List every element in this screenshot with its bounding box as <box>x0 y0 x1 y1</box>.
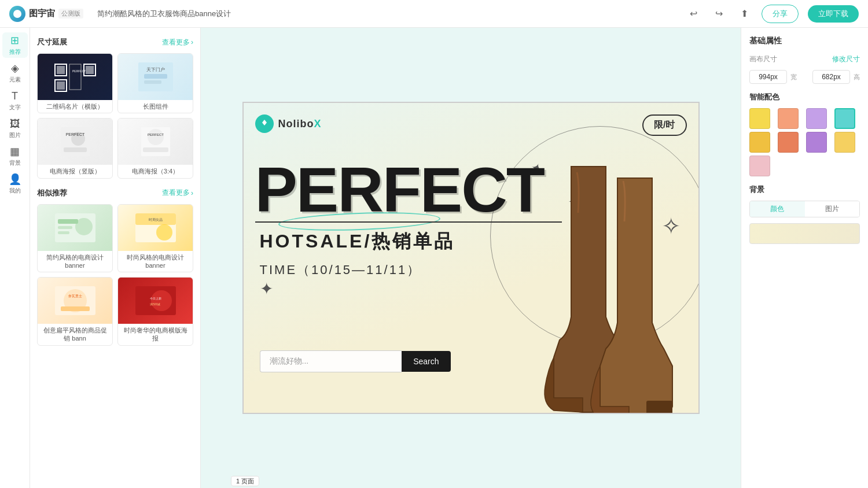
logo-icon <box>9 6 25 22</box>
width-field[interactable] <box>749 70 787 84</box>
size-section-title: 尺寸延展 <box>37 37 67 47</box>
svg-rect-19 <box>143 147 168 152</box>
bg-section: 背景 颜色 图片 <box>749 184 860 244</box>
sidebar-item-element-label: 元素 <box>9 76 21 84</box>
canvas-size-row: 画布尺寸 修改尺寸 <box>749 54 860 64</box>
share-button[interactable]: 分享 <box>762 5 799 23</box>
main-content: ⊞ 推荐 ◈ 元素 T 文字 🖼 图片 ▦ 背景 👤 我的 尺寸延展 查 <box>0 28 868 488</box>
height-input-group: 高 <box>812 70 860 84</box>
thumb-simple-label: 简约风格的电商设计 banner <box>38 251 112 272</box>
bg-color-preview[interactable] <box>749 223 860 244</box>
bg-tab-image[interactable]: 图片 <box>805 201 860 217</box>
svg-point-27 <box>156 224 172 241</box>
thumbnail-fashion[interactable]: 时周尖品 时尚风格的电商设计 banner <box>117 204 193 273</box>
color-swatch-8[interactable] <box>834 132 855 153</box>
hotsale-text: HOTSALE/热销单品 <box>260 229 455 254</box>
sparkle-left-icon: ✦ <box>260 279 273 298</box>
similar-thumbnail-grid: 简约风格的电商设计 banner 时周尖品 时尚风格的电商设计 banner <box>37 204 193 346</box>
size-thumbnail-grid: PERFECT 二维码名片（横版） 天下门户 长图组件 <box>37 53 193 179</box>
svg-text:PERFECT: PERFECT <box>147 133 163 136</box>
sidebar-item-text-label: 文字 <box>9 103 21 112</box>
color-swatch-9[interactable] <box>749 156 770 176</box>
banner-inner: NoliboX 限/时 ✦ ✦ ✦ ✧ ✦ PERFECT <box>244 103 698 413</box>
sidebar-item-me[interactable]: 👤 我的 <box>2 171 28 197</box>
sidebar-item-me-label: 我的 <box>9 187 21 195</box>
svg-rect-22 <box>58 219 78 224</box>
color-section: 智能配色 <box>749 92 860 176</box>
search-button[interactable]: Search <box>402 351 450 372</box>
canvas-size-label: 画布尺寸 <box>749 54 777 64</box>
color-swatch-grid <box>749 108 860 176</box>
undo-button[interactable]: ↩ <box>685 6 701 22</box>
color-swatch-3[interactable] <box>806 108 827 129</box>
width-input-group: 宽 <box>749 70 797 84</box>
thumb-ecom2-label: 电商海报（3:4） <box>118 165 193 178</box>
redo-button[interactable]: ↪ <box>711 6 727 22</box>
sidebar-item-text[interactable]: T 文字 <box>2 88 28 113</box>
thumbnail-simple[interactable]: 简约风格的电商设计 banner <box>37 204 113 273</box>
upload-button[interactable]: ⬆ <box>736 6 752 22</box>
svg-rect-32 <box>61 306 90 311</box>
recommend-icon: ⊞ <box>10 34 19 47</box>
beta-tag: 公测版 <box>58 9 83 19</box>
sidebar-item-bg-label: 背景 <box>9 159 21 167</box>
thumb-qr-label: 二维码名片（横版） <box>38 100 112 113</box>
perfect-divider <box>255 221 562 223</box>
banner-logo-text: NoliboX <box>278 118 322 130</box>
thumb-luxury-label: 时尚奢华的电商横版海报 <box>118 324 193 345</box>
banner-canvas[interactable]: NoliboX 限/时 ✦ ✦ ✦ ✧ ✦ PERFECT <box>242 102 700 414</box>
thumbnail-ecom1[interactable]: PERFECT 电商海报（竖版） <box>37 118 113 178</box>
sidebar-item-image[interactable]: 🖼 图片 <box>2 116 28 141</box>
color-swatch-5[interactable] <box>749 132 770 153</box>
sidebar-item-image-label: 图片 <box>9 131 21 139</box>
download-button[interactable]: 立即下载 <box>808 5 859 23</box>
thumbnail-ecom2[interactable]: PERFECT 电商海报（3:4） <box>117 118 193 178</box>
sidebar-item-bg[interactable]: ▦ 背景 <box>2 143 28 169</box>
height-field[interactable] <box>812 70 850 84</box>
thumbnail-qr[interactable]: PERFECT 二维码名片（横版） <box>37 53 113 113</box>
right-panel: 基础属性 画布尺寸 修改尺寸 宽 高 智能配色 <box>741 28 868 488</box>
svg-text:奈瓦里士: 奈瓦里士 <box>68 294 82 298</box>
sidebar-item-recommend-label: 推荐 <box>9 48 21 56</box>
size-more-link[interactable]: 查看更多 › <box>162 38 193 47</box>
color-swatch-1[interactable] <box>749 108 770 129</box>
bg-tabs: 颜色 图片 <box>749 201 860 217</box>
bg-tab-color[interactable]: 颜色 <box>750 201 805 217</box>
svg-rect-11 <box>144 80 161 84</box>
sidebar-item-element[interactable]: ◈ 元素 <box>2 60 28 86</box>
thumbnail-luxury[interactable]: 今日上新 满500减 时尚奢华的电商横版海报 <box>117 277 193 346</box>
color-swatch-6[interactable] <box>778 132 799 153</box>
thumb-promo-label: 创意扁平风格的商品促销 bann <box>38 324 112 345</box>
svg-rect-5 <box>57 82 65 90</box>
canvas-area: NoliboX 限/时 ✦ ✦ ✦ ✧ ✦ PERFECT <box>201 28 741 488</box>
thumbnail-promo[interactable]: 奈瓦里士 创意扁平风格的商品促销 bann <box>37 277 113 346</box>
svg-text:PERFECT: PERFECT <box>65 132 84 136</box>
color-swatch-2[interactable] <box>778 108 799 129</box>
thumb-long-label: 长图组件 <box>118 100 193 113</box>
canvas-edit-link[interactable]: 修改尺寸 <box>832 54 860 64</box>
svg-text:时周尖品: 时周尖品 <box>149 218 163 221</box>
thumbnail-long[interactable]: 天下门户 长图组件 <box>117 53 193 113</box>
topbar: 图宇宙 公测版 简约潮酷风格的卫衣服饰商品banne设计 ↩ ↪ ⬆ 分享 立即… <box>0 0 868 28</box>
height-unit: 高 <box>854 73 860 82</box>
size-section-header: 尺寸延展 查看更多 › <box>37 37 193 47</box>
svg-rect-10 <box>144 74 167 79</box>
color-swatch-7[interactable] <box>806 132 827 153</box>
svg-rect-24 <box>58 231 69 234</box>
time-text: TIME（10/15—11/11） <box>260 261 422 279</box>
svg-rect-23 <box>58 226 72 229</box>
width-unit: 宽 <box>790 73 797 82</box>
color-swatch-4[interactable] <box>834 108 855 129</box>
svg-rect-3 <box>86 66 94 74</box>
doc-title: 简约潮酷风格的卫衣服饰商品banne设计 <box>97 9 678 19</box>
similar-more-link[interactable]: 查看更多 › <box>162 188 193 198</box>
svg-text:今日上新: 今日上新 <box>150 297 161 300</box>
search-input[interactable] <box>260 350 402 372</box>
boots-image <box>525 138 687 414</box>
app-name: 图宇宙 <box>29 8 55 19</box>
svg-text:PERFECT: PERFECT <box>72 69 86 73</box>
banner-logo-circle <box>255 114 274 133</box>
right-panel-title: 基础属性 <box>749 36 860 46</box>
similar-section-title: 相似推荐 <box>37 188 67 198</box>
sidebar-item-recommend[interactable]: ⊞ 推荐 <box>2 32 28 58</box>
